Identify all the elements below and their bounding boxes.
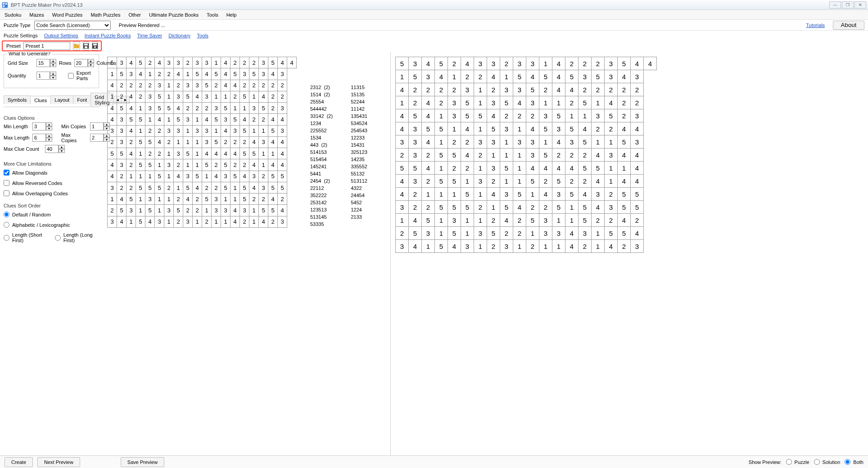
qty-down[interactable]: ▼ <box>50 76 56 80</box>
max-length-label: Max Length <box>4 135 30 140</box>
sort-long-radio[interactable] <box>55 235 61 241</box>
subtab-symbols[interactable]: Symbols <box>4 95 31 104</box>
cols-label: Columns <box>97 60 116 66</box>
save-as-icon <box>92 43 98 49</box>
rows-down[interactable]: ▼ <box>50 63 56 67</box>
puzzle-grid: 5345243323314222354415341224154545353434… <box>107 57 297 228</box>
allow-reversed-label: Allow Reversed Codes <box>12 180 62 186</box>
titlebar: BPT Puzzle Maker Pro v2024.13 — ❐ ✕ <box>0 0 868 10</box>
preview-puzzle-radio[interactable] <box>786 459 792 465</box>
menu-word[interactable]: Word Puzzles <box>52 12 83 18</box>
sort-default-label: Default / Random <box>12 212 51 217</box>
create-button[interactable]: Create <box>5 457 33 467</box>
save-preview-button[interactable]: Save Preview <box>121 457 164 467</box>
preset-label: Preset <box>6 43 21 49</box>
min-copies-label: Min Copies <box>61 124 87 129</box>
svg-rect-5 <box>84 44 88 45</box>
close-button[interactable]: ✕ <box>854 1 866 9</box>
type-row: Puzzle Type Code Search (Licensed) Previ… <box>0 20 868 31</box>
allow-reversed-checkbox[interactable] <box>4 180 9 186</box>
qty-up[interactable]: ▲ <box>50 72 56 76</box>
sort-long-label: Length (Long First) <box>63 232 99 243</box>
rows-up[interactable]: ▲ <box>50 59 56 63</box>
cols-up[interactable]: ▲ <box>88 59 94 63</box>
sort-short-label: Length (Short First) <box>12 232 49 243</box>
allow-diagonals-checkbox[interactable] <box>4 170 9 176</box>
menu-help[interactable]: Help <box>226 12 237 18</box>
min-length-label: Min Length <box>4 124 30 129</box>
next-preview-button[interactable]: Next Preview <box>37 457 80 467</box>
max-copies-label: Max Copies <box>61 132 87 143</box>
clues-col-1: 2312 (2) 1514 (2) 25554 544442 33142 (2)… <box>310 84 333 228</box>
allow-overlapping-checkbox[interactable] <box>4 190 9 196</box>
min-copies-input[interactable] <box>90 122 104 130</box>
quantity-label: Quantity <box>8 73 34 78</box>
preview-status: Preview Rendered ... <box>119 22 165 28</box>
secondary-tabs: Puzzle Settings Output Settings Instant … <box>0 31 868 40</box>
bottom-bar: Create Next Preview Save Preview Show Pr… <box>0 455 868 468</box>
settings-panel: What to Generate? Grid Size ▲▼ Rows ▲▼ C… <box>0 52 103 455</box>
tab-dictionary[interactable]: Dictionary <box>168 33 190 39</box>
cols-input[interactable] <box>74 59 88 67</box>
menu-math[interactable]: Math Puzzles <box>90 12 120 18</box>
menu-ultimate[interactable]: Ultimate Puzzle Books <box>149 12 199 18</box>
preview-solution-radio[interactable] <box>814 459 820 465</box>
sort-default-radio[interactable] <box>4 212 9 217</box>
max-length-input[interactable] <box>32 134 46 142</box>
open-preset-button[interactable] <box>73 41 80 50</box>
menu-tools[interactable]: Tools <box>207 12 218 18</box>
maximize-button[interactable]: ❐ <box>842 1 854 9</box>
app-icon <box>2 2 8 8</box>
subtab-clues[interactable]: Clues <box>30 96 51 104</box>
preset-input[interactable] <box>23 42 70 50</box>
sort-short-radio[interactable] <box>4 235 9 241</box>
grid-size-label: Grid Size <box>8 60 34 66</box>
clues-options-label: Clues Options <box>4 115 99 121</box>
min-length-input[interactable] <box>32 122 46 130</box>
puzzle-type-label: Puzzle Type <box>4 22 31 28</box>
clues-col-2: 11315 15135 52244 11142 135431 534524 25… <box>351 84 367 228</box>
settings-subtabs: Symbols Clues Layout Font Grid Styling ◄… <box>4 93 99 107</box>
menu-mazes[interactable]: Mazes <box>29 12 44 18</box>
clues-options: Clues Options Min Length ▲▼ Min Copies ▲… <box>4 111 99 156</box>
rows-input[interactable] <box>36 59 50 67</box>
max-clue-count-input[interactable] <box>45 145 59 153</box>
svg-rect-6 <box>85 46 87 48</box>
window-title: BPT Puzzle Maker Pro v2024.13 <box>11 2 829 8</box>
max-clue-count-label: Max Clue Count <box>4 146 42 152</box>
save-as-preset-button[interactable] <box>92 41 98 50</box>
sort-alpha-radio[interactable] <box>4 222 9 228</box>
tab-instant-books[interactable]: Instant Puzzle Books <box>85 33 131 39</box>
tab-output-settings[interactable]: Output Settings <box>44 33 78 39</box>
puzzle-preview: 5345243323314222354415341224154545353434… <box>103 52 391 455</box>
tab-puzzle-settings[interactable]: Puzzle Settings <box>4 33 38 39</box>
save-preset-button[interactable] <box>83 41 89 50</box>
menu-sudoku[interactable]: Sudoku <box>5 12 21 18</box>
minimize-button[interactable]: — <box>829 1 841 9</box>
subtab-font[interactable]: Font <box>73 95 91 104</box>
show-preview-label: Show Preview: <box>749 459 782 465</box>
tab-tools[interactable]: Tools <box>197 33 208 39</box>
puzzle-type-select[interactable]: Code Search (Licensed) <box>34 21 111 30</box>
folder-icon <box>73 43 80 49</box>
quantity-input[interactable] <box>36 72 50 80</box>
export-parts-checkbox[interactable] <box>68 73 74 79</box>
subtab-layout[interactable]: Layout <box>50 95 73 104</box>
svg-rect-1 <box>3 3 5 4</box>
main-menu: Sudoku Mazes Word Puzzles Math Puzzles O… <box>0 10 868 20</box>
menu-other[interactable]: Other <box>128 12 141 18</box>
sort-alpha-label: Alphabetic / Lexicographic <box>12 222 70 228</box>
max-copies-input[interactable] <box>90 134 104 142</box>
about-button[interactable]: About <box>833 21 864 30</box>
allow-diagonals-label: Allow Diagonals <box>12 170 47 176</box>
what-to-generate-group: What to Generate? Grid Size ▲▼ Rows ▲▼ C… <box>4 54 99 88</box>
more-clue-limitations-label: More Clue Limitations <box>4 161 99 166</box>
svg-rect-2 <box>5 3 7 4</box>
save-icon <box>83 43 89 49</box>
solution-preview: 5345243323314222354415341224154545353434… <box>391 52 868 455</box>
cols-down[interactable]: ▼ <box>88 63 94 67</box>
tab-time-saver[interactable]: Time Saver <box>137 33 162 39</box>
allow-overlapping-label: Allow Overlapping Codes <box>12 191 68 196</box>
tutorials-link[interactable]: Tutorials <box>806 22 825 28</box>
preview-both-radio[interactable] <box>845 459 850 465</box>
